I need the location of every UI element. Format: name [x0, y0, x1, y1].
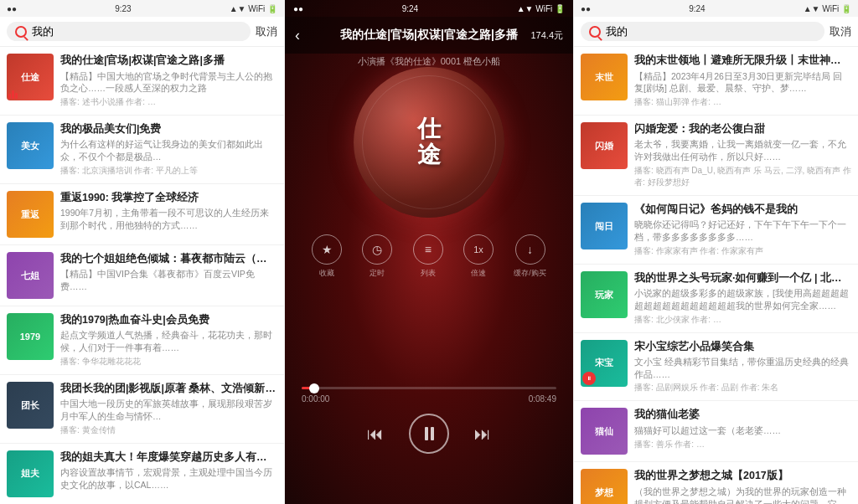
- list-item[interactable]: 末世 我的末世领地丨避难所无限升级丨末世神田丨多人有声剧 【精品】2023年4月…: [574, 47, 858, 116]
- list-item[interactable]: 1979 我的1979|热血奋斗史|会员免费 起点文学频道人气热播，经典奋斗，花…: [0, 306, 284, 375]
- list-item[interactable]: 闪婚 闪婚宠爱：我的老公復白甜 老太爷，我要离婚，让我一离婚就变一亿一套，不允许…: [574, 116, 858, 196]
- timer-icon: ◷: [362, 234, 392, 265]
- item-meta: 播客: 北少侠家 作者: …: [634, 314, 851, 326]
- list-item[interactable]: 重返 重返1990: 我掌控了全球经济 1990年7月初，主角带着一段不可思议的…: [0, 184, 284, 245]
- right-search-icon: [589, 26, 601, 38]
- back-button[interactable]: ‹: [295, 27, 300, 44]
- item-meta: 播客: 作家家有声 作者: 作家家有声: [634, 245, 851, 257]
- item-thumbnail: 七姐: [7, 252, 54, 299]
- left-network: ▲▼ WiFi 🔋: [230, 4, 277, 13]
- item-title: 我的1979|热血奋斗史|会员免费: [60, 313, 277, 328]
- progress-times: 0:00:00 0:08:49: [302, 394, 556, 404]
- item-desc: 1990年7月初，主角带着一段不可思议的人生经历来到那个时代，用他独特的方式……: [60, 207, 277, 231]
- item-content: 宋小宝综艺小品爆笑合集 文小宝 经典精彩节目集结，带你重温历史经典的经典作品………: [634, 340, 851, 394]
- progress-dot: [309, 383, 319, 393]
- item-thumbnail: 1979: [7, 313, 54, 360]
- album-art-text: 仕途: [417, 116, 441, 168]
- action-buttons: ★ 收藏 ◷ 定时 ≡ 列表 1x 倍速 ↓ 缓存/购买: [285, 234, 573, 279]
- list-item[interactable]: 团长 我团长我的团|影视版|原著 桑林、文浩倾新演播 中国大地一段历史的军旅英雄…: [0, 375, 284, 444]
- left-time: 9:23: [115, 4, 131, 13]
- item-meta: 播客: 晓西有声 Da_U, 晓西有声 乐 马云, 二浮, 晓西有声 作者: 好…: [634, 165, 851, 188]
- right-panel: ●● 9:24 ▲▼ WiFi 🔋 取消 末世 我的末世领地丨避难所无限升级丨末…: [573, 0, 858, 504]
- item-thumbnail: 末世: [581, 54, 628, 100]
- mid-title: 我的仕途|官场|权谋|官途之路|多播: [340, 28, 518, 43]
- item-content: 我的世界之梦想之城【2017版】 （我的世界之梦想之城）为我的世界的玩家创造一种…: [634, 469, 851, 504]
- item-desc: 【精品】中国大地的官场之争时代背景与主人公的抱负之心……一段感人至深的权力之路: [60, 70, 277, 95]
- left-panel: ●● 9:23 ▲▼ WiFi 🔋 取消 仕途 我的仕途|官场|权谋|官途之路|…: [0, 0, 285, 504]
- item-thumbnail: 猫仙: [581, 408, 628, 455]
- right-search-input[interactable]: [606, 25, 816, 38]
- item-meta: 播客: 北京演播培训 作者: 平凡的上等: [60, 165, 277, 177]
- item-thumbnail: 团长: [7, 382, 54, 429]
- item-thumbnail: 梦想: [581, 469, 628, 504]
- left-search-bar: 取消: [0, 17, 284, 47]
- list-item[interactable]: 美女 我的极品美女们|免费 为什么有这样的好运气让我身边的美女们都如此出众，不仅…: [0, 116, 284, 184]
- item-title: 我的世界之梦想之城【2017版】: [634, 469, 851, 484]
- list-item[interactable]: 宋宝 宋小宝综艺小品爆笑合集 文小宝 经典精彩节目集结，带你重温历史经典的经典作…: [574, 333, 858, 402]
- download-icon: ↓: [515, 234, 545, 265]
- list-item[interactable]: 七姐 我的七个姐姐绝色倾城：暮夜都市陆云（免费版） 【精品】中国VIP合集《暮夜…: [0, 245, 284, 306]
- list-item[interactable]: 姐夫 我的姐夫真大！年度爆笑穿越历史多人有声剧丨有声的紫墨监制作品 内容设置故事…: [0, 444, 284, 505]
- player-controls: ⏮ ⏭: [285, 414, 573, 454]
- item-content: 我的姐夫真大！年度爆笑穿越历史多人有声剧丨有声的紫墨监制作品 内容设置故事情节，…: [60, 450, 277, 491]
- play-pause-button[interactable]: [409, 414, 449, 454]
- left-list: 仕途 我的仕途|官场|权谋|官途之路|多播 【精品】中国大地的官场之争时代背景与…: [0, 47, 284, 504]
- left-status-bar: ●● 9:23 ▲▼ WiFi 🔋: [0, 0, 284, 17]
- next-button[interactable]: ⏭: [474, 424, 491, 444]
- item-desc: 晓晓你还记得吗？好记还好，下午下午下午一下个一档，带多多多多多多多多……: [634, 219, 851, 243]
- left-search-input-wrap[interactable]: [7, 22, 251, 41]
- item-content: 《如何闯日记》爸妈的钱不是我的 晓晓你还记得吗？好记还好，下午下午下午一下个一档…: [634, 203, 851, 257]
- right-search-input-wrap[interactable]: [581, 22, 824, 41]
- list-item[interactable]: 仕途 我的仕途|官场|权谋|官途之路|多播 【精品】中国大地的官场之争时代背景与…: [0, 47, 284, 116]
- mid-price: 174.4元: [530, 29, 563, 42]
- list-button[interactable]: ≡ 列表: [413, 234, 443, 279]
- item-content: 我的1979|热血奋斗史|会员免费 起点文学频道人气热播，经典奋斗，花花功夫，那…: [60, 313, 277, 368]
- collect-icon: ★: [312, 234, 342, 265]
- left-status-icons: ●●: [7, 4, 17, 13]
- item-thumbnail: 仕途: [7, 54, 54, 100]
- item-thumbnail: 闯日: [581, 203, 628, 249]
- item-desc: （我的世界之梦想之城）为我的世界的玩家创造一种规划方便及最能帮助自己解决了一些大…: [634, 486, 851, 504]
- item-title: 我的末世领地丨避难所无限升级丨末世神田丨多人有声剧: [634, 54, 851, 69]
- item-thumbnail: 玩家: [581, 271, 628, 318]
- item-title: 宋小宝综艺小品爆笑合集: [634, 340, 851, 355]
- pause-badge: [582, 372, 596, 385]
- item-title: 我的姐夫真大！年度爆笑穿越历史多人有声剧丨有声的紫墨监制作品: [60, 450, 277, 465]
- progress-bar[interactable]: [302, 387, 556, 389]
- item-title: 《如何闯日记》爸妈的钱不是我的: [634, 203, 851, 218]
- album-art: 仕途: [354, 67, 504, 218]
- collect-button[interactable]: ★ 收藏: [312, 234, 342, 279]
- item-thumbnail: 姐夫: [7, 450, 54, 497]
- list-icon: ≡: [413, 234, 443, 265]
- list-item[interactable]: 玩家 我的世界之头号玩家·如何赚到一个亿 | 北少侠 小说家的超级多彩多的超级家…: [574, 265, 858, 333]
- episode-info: 小演播《我的仕途》0001 橙色小船: [285, 55, 573, 68]
- item-content: 我的七个姐姐绝色倾城：暮夜都市陆云（免费版） 【精品】中国VIP合集《暮夜都市》…: [60, 252, 277, 293]
- item-thumbnail: 美女: [7, 122, 54, 169]
- list-item[interactable]: 猫仙 我的猫仙老婆 猫猫好可以超过这一套（老老婆…… 播客: 善乐 作者: …: [574, 401, 858, 462]
- item-desc: 猫猫好可以超过这一套（老老婆……: [634, 424, 851, 437]
- right-time: 9:24: [689, 4, 705, 13]
- item-content: 我的世界之头号玩家·如何赚到一个亿 | 北少侠 小说家的超级多彩多的超级家族，[…: [634, 271, 851, 326]
- item-title: 我的世界之头号玩家·如何赚到一个亿 | 北少侠: [634, 271, 851, 286]
- item-thumbnail: 闪婚: [581, 122, 628, 169]
- left-cancel-button[interactable]: 取消: [256, 24, 277, 39]
- item-meta: 播客: 品剧网娱乐 作者: 品剧 作者: 朱名: [634, 382, 851, 393]
- item-content: 重返1990: 我掌控了全球经济 1990年7月初，主角带着一段不可思议的人生经…: [60, 191, 277, 232]
- right-status-icons: ●●: [581, 4, 591, 13]
- right-cancel-button[interactable]: 取消: [830, 24, 851, 39]
- download-label: 缓存/购买: [514, 268, 546, 279]
- item-meta: 播客: 猫山郭弹 作者: …: [634, 96, 851, 108]
- download-button[interactable]: ↓ 缓存/购买: [514, 234, 546, 279]
- pause-icon: [425, 427, 434, 440]
- item-desc: 老太爷，我要离婚，让我一离婚就变一亿一套，不允许对我做出任何动作，所以只好……: [634, 138, 851, 162]
- speed-icon: 1x: [463, 234, 494, 265]
- item-title: 我的猫仙老婆: [634, 408, 851, 423]
- speed-button[interactable]: 1x 倍速: [463, 234, 494, 279]
- mid-status-icons: ●●: [293, 4, 303, 13]
- list-item[interactable]: 梦想 我的世界之梦想之城【2017版】 （我的世界之梦想之城）为我的世界的玩家创…: [574, 462, 858, 504]
- list-item[interactable]: 闯日 《如何闯日记》爸妈的钱不是我的 晓晓你还记得吗？好记还好，下午下午下午一下…: [574, 196, 858, 265]
- timer-button[interactable]: ◷ 定时: [362, 234, 392, 279]
- album-art-container: 仕途: [354, 67, 504, 218]
- left-search-input[interactable]: [32, 25, 242, 38]
- prev-button[interactable]: ⏮: [367, 424, 384, 444]
